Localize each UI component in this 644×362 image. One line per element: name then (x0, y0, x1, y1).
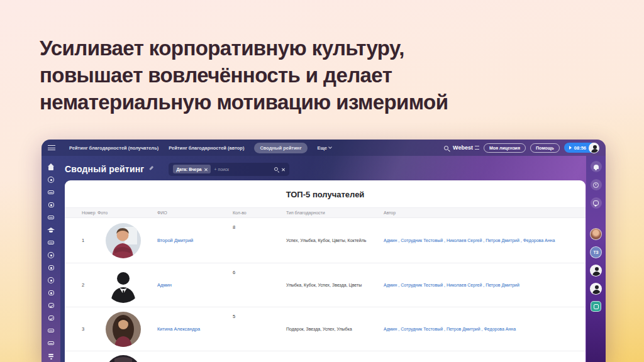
print-icon[interactable] (47, 339, 55, 347)
contact-avatar-silhouette-1[interactable] (590, 265, 602, 277)
topbar-right: Webest Моя лицензия Помощь 08:56 (444, 143, 599, 153)
row-number: 2 (82, 282, 97, 288)
table-row-partial (65, 351, 586, 362)
brand-name: Webest (453, 145, 473, 151)
filter-search-icon[interactable] (274, 167, 278, 171)
education-icon[interactable] (47, 226, 55, 234)
contact-avatar-initials[interactable]: ТЗ (590, 246, 602, 258)
filter-search-placeholder[interactable]: + поиск (214, 167, 271, 172)
chevron-down-icon (328, 145, 332, 149)
row-number: 1 (82, 238, 97, 243)
tasks-icon[interactable] (47, 302, 55, 309)
col-header-authors: Автор (384, 211, 586, 215)
chat-icon[interactable] (591, 197, 602, 209)
edit-icon[interactable] (148, 167, 153, 172)
top-nav-bar: Рейтинг благодарностей (получатель) Рейт… (42, 140, 606, 156)
nav-tabs: Рейтинг благодарностей (получатель) Рейт… (69, 143, 331, 153)
authors-links[interactable]: Админ , Сотрудник Тестовый , Николаев Се… (384, 283, 586, 287)
thanks-types: Улыбка, Кубок, Успех, Звезда, Цветы (286, 283, 384, 287)
thanks-count: 5 (233, 307, 286, 319)
card-icon[interactable] (47, 239, 55, 246)
rewards-icon[interactable] (47, 251, 55, 259)
notifications-icon[interactable] (591, 161, 602, 172)
table-row: 3 Китина Александра 5 Подарок, Звезда, У… (65, 307, 586, 351)
thanks-count: 6 (233, 263, 286, 275)
timer-widget[interactable]: 08:56 (564, 143, 599, 153)
recipient-name-link[interactable]: Админ (157, 282, 233, 288)
page-header: Сводный рейтинг Дата: Вчера + поиск (65, 160, 580, 178)
contact-avatar-photo[interactable] (590, 228, 602, 240)
filter-bar-icons (274, 167, 285, 171)
content-panel: ТОП-5 получателей Номер Фото ФИО Кол-во … (65, 180, 586, 362)
table-row: 1 Второй Дмитрий 8 Успех, Улыбка, Кубок,… (65, 218, 586, 263)
authors-links[interactable]: Админ , Сотрудник Тестовый , Петров Дмит… (384, 327, 586, 331)
thanks-types: Подарок, Звезда, Успех, Улыбка (286, 327, 384, 331)
tab-summary-rating[interactable]: Сводный рейтинг (254, 143, 307, 153)
tab-rating-recipient[interactable]: Рейтинг благодарностей (получатель) (69, 145, 158, 151)
home-icon[interactable] (47, 163, 55, 171)
thanks-count: 8 (233, 218, 286, 230)
filter-clear-icon[interactable] (282, 168, 285, 171)
app-shortcut-icon[interactable] (591, 301, 601, 312)
search-icon[interactable] (444, 146, 448, 150)
page-title: Сводный рейтинг (65, 164, 144, 174)
network-icon[interactable] (47, 352, 55, 359)
contact-avatar-silhouette-2[interactable] (590, 283, 602, 295)
my-license-button[interactable]: Моя лицензия (484, 143, 526, 153)
more-label: Еще (318, 145, 328, 151)
history-icon[interactable] (591, 179, 602, 190)
chip-close-icon[interactable] (204, 168, 208, 171)
authors-links[interactable]: Админ , Сотрудник Тестовый , Николаев Се… (384, 238, 586, 243)
library-icon[interactable] (47, 214, 55, 221)
calendar-icon[interactable] (47, 327, 55, 334)
more-menu[interactable]: Еще (318, 145, 332, 151)
recipient-photo (106, 312, 141, 347)
recipient-photo (106, 355, 141, 362)
play-icon (569, 146, 572, 150)
company-icon[interactable] (47, 289, 55, 297)
table-header-row: Номер Фото ФИО Кол-во Тип благодарности … (65, 207, 586, 218)
table-row: 2 Админ 6 Улыбка, Кубок, Успех, Звезда, … (65, 263, 586, 307)
devices-icon[interactable] (47, 201, 55, 209)
tab-rating-author[interactable]: Рейтинг благодарностей (автор) (169, 145, 244, 151)
col-header-count: Кол-во (233, 211, 286, 215)
approvals-icon[interactable] (47, 314, 55, 322)
menu-icon[interactable] (48, 145, 55, 150)
recipient-photo (106, 268, 141, 303)
row-number: 3 (82, 326, 97, 332)
switch-icon[interactable] (475, 146, 479, 150)
col-header-number: Номер (82, 211, 97, 215)
help-button[interactable]: Помощь (530, 143, 560, 153)
headline: Усиливает корпоративную культуру, повыша… (40, 35, 448, 116)
alerts-icon[interactable] (47, 176, 55, 184)
right-sidebar: ТЗ (586, 156, 606, 362)
left-sidebar (42, 156, 60, 362)
table-title: ТОП-5 получателей (65, 190, 586, 199)
thanks-types: Успех, Улыбка, Кубок, Цветы, Коктейль (286, 238, 384, 243)
col-header-types: Тип благодарности (286, 211, 384, 215)
headline-line-2: повышает вовлечённость и делает (40, 62, 448, 89)
recipient-photo (106, 223, 141, 258)
filter-chip-label: Дата: Вчера (176, 167, 201, 172)
logo-icon[interactable] (47, 189, 55, 196)
app-window: Рейтинг благодарностей (получатель) Рейт… (42, 140, 606, 362)
col-header-photo: Фото (97, 211, 157, 215)
headline-line-3: нематериальную мотивацию измеримой (40, 89, 448, 116)
recipient-name-link[interactable]: Китина Александра (157, 326, 233, 332)
user-avatar[interactable] (589, 143, 599, 153)
integrations-icon[interactable] (47, 277, 55, 284)
timer-value: 08:56 (574, 145, 586, 151)
brand-logo: Webest (453, 145, 479, 151)
col-header-name: ФИО (157, 211, 233, 215)
headline-line-1: Усиливает корпоративную культуру, (40, 35, 448, 62)
recipient-name-link[interactable]: Второй Дмитрий (157, 238, 233, 243)
games-icon[interactable] (47, 264, 55, 272)
filter-bar[interactable]: Дата: Вчера + поиск (169, 163, 289, 176)
filter-chip-date[interactable]: Дата: Вчера (173, 165, 210, 173)
